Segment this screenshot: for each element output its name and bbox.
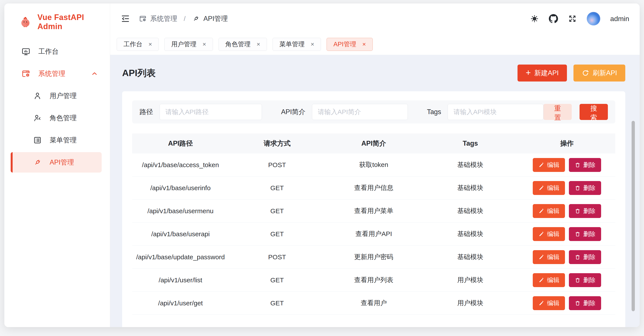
cell-summary: 更新用户密码: [326, 253, 422, 261]
avatar[interactable]: [587, 12, 600, 25]
top-header: 系统管理 / API管理: [110, 3, 640, 34]
sidebar: Vue FastAPI Admin 工作台: [4, 3, 110, 327]
trash-icon: [574, 231, 581, 237]
api-plug-icon: [33, 158, 42, 167]
pencil-icon: [538, 208, 544, 214]
delete-button-label: 删除: [583, 207, 596, 215]
app-logo: Vue FastAPI Admin: [4, 3, 110, 40]
sidebar-item-roles[interactable]: 角色管理: [4, 107, 110, 129]
sidebar-item-menus[interactable]: 菜单管理: [4, 129, 110, 151]
chevron-up-icon[interactable]: [91, 70, 98, 77]
cell-actions: 编辑 删除: [518, 158, 615, 172]
delete-button[interactable]: 删除: [569, 273, 601, 287]
sidebar-item-system[interactable]: 系统管理: [4, 63, 110, 85]
delete-button[interactable]: 删除: [569, 158, 601, 172]
close-icon[interactable]: ×: [311, 41, 314, 47]
username: admin: [610, 15, 629, 23]
system-settings-icon: [21, 69, 30, 78]
vertical-scrollbar[interactable]: [632, 121, 635, 311]
github-icon[interactable]: [549, 14, 558, 23]
refresh-icon: [582, 69, 589, 77]
breadcrumb-section[interactable]: 系统管理: [139, 14, 177, 23]
new-api-button[interactable]: + 新建API: [518, 65, 567, 81]
breadcrumb-current-label: API管理: [203, 14, 228, 23]
fullscreen-icon[interactable]: [568, 14, 577, 23]
tab-menus[interactable]: 菜单管理 ×: [272, 38, 321, 51]
edit-button[interactable]: 编辑: [533, 181, 565, 195]
delete-button[interactable]: 删除: [569, 250, 601, 264]
tab-users[interactable]: 用户管理 ×: [164, 38, 213, 51]
trash-icon: [574, 277, 581, 283]
trash-icon: [574, 300, 581, 306]
breadcrumb-current[interactable]: API管理: [192, 14, 228, 23]
cell-actions: 编辑 删除: [518, 227, 615, 241]
tab-roles[interactable]: 角色管理 ×: [218, 38, 267, 51]
system-settings-icon: [139, 15, 147, 23]
cell-tags: 基础模块: [422, 161, 518, 169]
cell-tags: 基础模块: [422, 253, 518, 261]
refresh-api-button[interactable]: 刷新API: [574, 65, 625, 81]
delete-button[interactable]: 删除: [569, 181, 601, 195]
theme-toggle-icon[interactable]: [530, 14, 539, 23]
path-filter-label: 路径: [140, 107, 153, 117]
edit-button[interactable]: 编辑: [533, 273, 565, 287]
close-icon[interactable]: ×: [202, 41, 206, 47]
sidebar-item-workbench[interactable]: 工作台: [4, 40, 110, 63]
edit-button[interactable]: 编辑: [533, 204, 565, 218]
table-header: API路径 请求方式 API简介 Tags 操作: [132, 134, 615, 154]
sidebar-item-label: 菜单管理: [50, 136, 77, 145]
delete-button[interactable]: 删除: [569, 204, 601, 218]
cell-tags: 用户模块: [422, 276, 518, 285]
close-icon[interactable]: ×: [257, 41, 260, 47]
collapse-sidebar-icon[interactable]: [120, 14, 130, 23]
user-icon: [33, 92, 42, 100]
column-header-tags: Tags: [422, 140, 518, 147]
edit-button[interactable]: 编辑: [533, 227, 565, 241]
edit-button-label: 编辑: [547, 230, 559, 238]
close-icon[interactable]: ×: [362, 41, 366, 47]
tags-filter-input[interactable]: [448, 104, 544, 120]
trash-icon: [574, 185, 581, 191]
reset-button[interactable]: 重置: [544, 104, 572, 120]
edit-button[interactable]: 编辑: [533, 158, 565, 172]
path-filter-input[interactable]: [160, 104, 262, 120]
sidebar-item-users[interactable]: 用户管理: [4, 85, 110, 107]
delete-button-label: 删除: [583, 299, 596, 307]
chick-logo-icon: [20, 16, 32, 28]
sidebar-item-label: 用户管理: [50, 91, 77, 100]
tab-label: 角色管理: [225, 40, 250, 49]
summary-filter-input[interactable]: [312, 104, 408, 120]
edit-button-label: 编辑: [547, 299, 559, 307]
delete-button-label: 删除: [583, 276, 596, 284]
column-header-summary: API简介: [326, 139, 422, 148]
cell-path: /api/v1/base/userapi: [132, 230, 229, 238]
cell-path: /api/v1/base/usermenu: [132, 207, 229, 215]
cell-tags: 基础模块: [422, 183, 518, 192]
cell-method: GET: [229, 300, 326, 307]
sidebar-item-api[interactable]: API管理: [11, 152, 102, 172]
search-button[interactable]: 搜索: [580, 104, 608, 120]
close-icon[interactable]: ×: [148, 41, 152, 47]
cell-tags: 用户模块: [422, 299, 518, 308]
new-api-label: 新建API: [534, 68, 559, 78]
delete-button-label: 删除: [583, 230, 596, 238]
edit-button-label: 编辑: [547, 276, 559, 284]
sidebar-item-label: API管理: [50, 158, 74, 167]
pencil-icon: [538, 231, 544, 237]
tab-api[interactable]: API管理 ×: [326, 38, 372, 51]
header-actions: admin: [530, 12, 629, 25]
cell-actions: 编辑 删除: [518, 181, 615, 195]
column-header-path: API路径: [132, 139, 229, 148]
delete-button[interactable]: 删除: [569, 227, 601, 241]
page-content: API列表 + 新建API 刷新API: [110, 55, 640, 327]
tab-workbench[interactable]: 工作台 ×: [117, 38, 159, 51]
cell-summary: 查看用户菜单: [326, 206, 422, 215]
tab-label: 用户管理: [171, 40, 196, 49]
cell-tags: 基础模块: [422, 229, 518, 238]
edit-button[interactable]: 编辑: [533, 250, 565, 264]
delete-button[interactable]: 删除: [569, 296, 601, 310]
edit-button[interactable]: 编辑: [533, 296, 565, 310]
cell-summary: 查看用户: [326, 299, 422, 308]
delete-button-label: 删除: [583, 161, 596, 169]
edit-button-label: 编辑: [547, 253, 559, 261]
